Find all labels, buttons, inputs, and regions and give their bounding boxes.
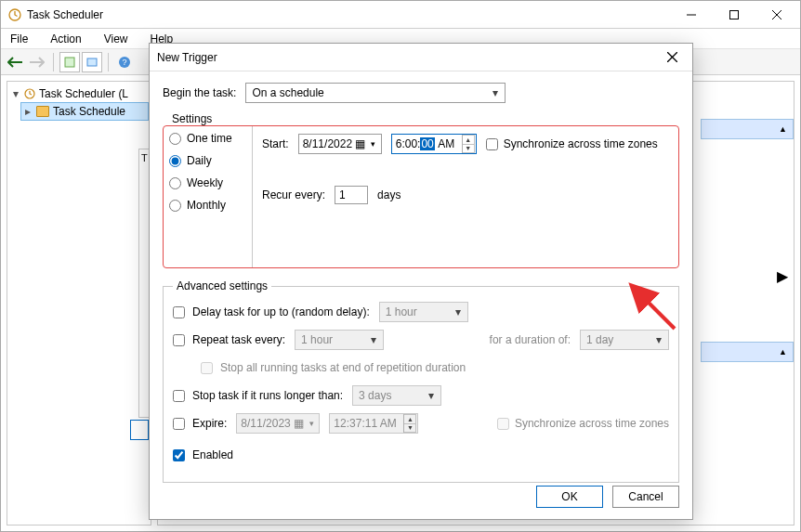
expand-icon[interactable]: ▾ <box>11 87 20 100</box>
expire-time-picker: 12:37:11 AM ▲▼ <box>329 413 418 434</box>
radio-daily[interactable]: Daily <box>169 154 246 167</box>
stop-longer-dropdown: 3 days▾ <box>352 385 441 406</box>
cancel-button[interactable]: Cancel <box>612 486 679 508</box>
expire-date-picker: 8/11/2023 ▦ ▾ <box>236 413 320 434</box>
chevron-down-icon: ▾ <box>424 386 439 405</box>
tree-pane: ▾ Task Scheduler (L ▸ Task Schedule <box>7 81 151 526</box>
begin-task-dropdown[interactable]: On a schedule ▾ <box>245 83 506 103</box>
dialog-title: New Trigger <box>157 51 217 64</box>
calendar-icon: ▦ <box>291 417 306 430</box>
window-title: Task Scheduler <box>27 8 103 21</box>
recur-days-input[interactable]: 1 <box>335 186 368 204</box>
svg-rect-2 <box>65 58 74 67</box>
chevron-down-icon: ▾ <box>488 84 503 102</box>
collapse-bar-top[interactable]: ▲ <box>701 119 794 139</box>
radio-one-time[interactable]: One time <box>169 132 246 145</box>
expand-icon[interactable]: ▸ <box>23 105 33 118</box>
repeat-checkbox[interactable]: Repeat task every: <box>173 333 285 346</box>
start-date-picker[interactable]: 8/11/2022 ▦ ▾ <box>298 134 382 154</box>
sync-timezones-checkbox[interactable]: Synchronize across time zones <box>486 137 658 150</box>
tree-library-label: Task Schedule <box>53 105 125 118</box>
begin-task-value: On a schedule <box>252 86 323 99</box>
delay-checkbox[interactable]: Delay task for up to (random delay): <box>173 305 370 318</box>
menu-action[interactable]: Action <box>46 31 85 47</box>
scroll-right-icon[interactable]: ▶ <box>777 267 788 285</box>
advanced-legend: Advanced settings <box>173 279 271 292</box>
time-seconds-selected: 00 <box>420 137 434 150</box>
svg-rect-3 <box>87 58 97 66</box>
begin-task-label: Begin the task: <box>163 86 236 99</box>
start-time-picker[interactable]: 6:00:00 AM ▲▼ <box>391 134 477 154</box>
dialog-close-button[interactable] <box>659 48 685 67</box>
dialog-titlebar: New Trigger <box>150 44 692 71</box>
settings-fieldset: Settings One time Daily Weekly Monthly S… <box>163 112 679 268</box>
tree-root-label: Task Scheduler (L <box>39 87 128 100</box>
duration-label: for a duration of: <box>490 333 571 346</box>
radio-weekly[interactable]: Weekly <box>169 176 246 189</box>
maximize-button[interactable] <box>713 2 755 28</box>
chevron-up-icon: ▲ <box>779 124 787 134</box>
collapse-bar-bottom[interactable]: ▲ <box>701 342 794 362</box>
recur-label: Recur every: <box>262 188 325 201</box>
stop-repetition-checkbox: Stop all running tasks at end of repetit… <box>201 361 466 374</box>
help-icon-button[interactable]: ? <box>114 52 135 72</box>
minimize-button[interactable] <box>670 2 713 28</box>
close-button[interactable] <box>755 2 798 28</box>
chevron-down-icon: ▾ <box>306 419 317 428</box>
stop-longer-checkbox[interactable]: Stop task if it runs longer than: <box>173 389 343 402</box>
chevron-down-icon: ▾ <box>651 331 666 349</box>
clock-icon <box>8 8 21 21</box>
calendar-icon: ▦ <box>353 137 368 150</box>
back-button[interactable] <box>5 52 25 72</box>
ok-button[interactable]: OK <box>536 486 603 508</box>
tree-root[interactable]: ▾ Task Scheduler (L <box>9 85 149 102</box>
chevron-up-icon: ▲ <box>779 347 787 357</box>
folder-icon <box>36 106 49 117</box>
repeat-dropdown: 1 hour▾ <box>295 330 384 350</box>
clock-icon <box>24 88 35 99</box>
svg-rect-1 <box>730 10 739 19</box>
svg-text:?: ? <box>122 58 126 67</box>
spin-up-icon: ▲ <box>463 135 475 144</box>
menu-file[interactable]: File <box>7 31 32 47</box>
chevron-down-icon: ▾ <box>451 303 466 321</box>
expire-checkbox[interactable]: Expire: <box>173 417 227 430</box>
spin-down-icon: ▼ <box>463 144 475 154</box>
time-spinner[interactable]: ▲▼ <box>462 135 475 153</box>
chevron-down-icon: ▾ <box>368 139 379 149</box>
menu-view[interactable]: View <box>100 31 132 47</box>
time-spinner: ▲▼ <box>403 414 416 433</box>
duration-dropdown: 1 day▾ <box>580 330 669 350</box>
main-titlebar: Task Scheduler <box>1 1 800 29</box>
start-label: Start: <box>262 137 289 150</box>
forward-button[interactable] <box>27 52 47 72</box>
delay-dropdown: 1 hour▾ <box>379 302 468 322</box>
chevron-down-icon: ▾ <box>366 331 381 349</box>
toolbar-button-2[interactable] <box>82 52 102 72</box>
new-trigger-dialog: New Trigger Begin the task: On a schedul… <box>149 43 693 520</box>
period-column: One time Daily Weekly Monthly <box>164 126 253 267</box>
sync-timezones-2-checkbox: Synchronize across time zones <box>497 417 669 430</box>
toolbar-button-1[interactable] <box>59 52 80 72</box>
tree-library[interactable]: ▸ Task Schedule <box>20 102 149 121</box>
recur-unit: days <box>377 188 400 201</box>
enabled-checkbox[interactable]: Enabled <box>173 448 233 461</box>
settings-legend: Settings <box>168 112 216 125</box>
bg-button-fragment <box>130 420 149 440</box>
advanced-fieldset: Advanced settings Delay task for up to (… <box>163 279 679 483</box>
start-date-value: 8/11/2022 <box>303 137 352 150</box>
radio-monthly[interactable]: Monthly <box>169 199 246 212</box>
